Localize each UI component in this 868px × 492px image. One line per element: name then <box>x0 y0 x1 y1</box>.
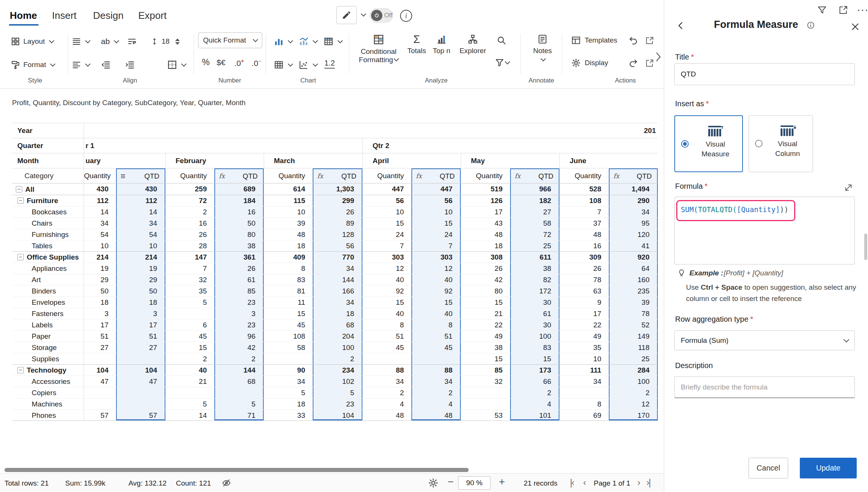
value-cell[interactable]: 61 <box>214 274 264 285</box>
value-cell[interactable]: 30 <box>510 319 559 330</box>
value-cell[interactable]: 50 <box>214 218 264 229</box>
value-cell[interactable]: 18 <box>264 240 313 251</box>
value-cell[interactable]: 52 <box>609 319 658 330</box>
indent-button[interactable] <box>125 57 135 73</box>
value-cell[interactable] <box>461 387 510 398</box>
month-cell[interactable]: April <box>362 153 461 168</box>
value-cell[interactable]: 284 <box>609 365 658 376</box>
value-cell[interactable]: 3 <box>214 308 264 319</box>
value-cell[interactable]: 14 <box>116 206 165 217</box>
value-cell[interactable]: 63 <box>559 286 609 296</box>
value-cell[interactable]: 108 <box>264 331 313 342</box>
value-cell[interactable]: 57 <box>116 410 165 420</box>
value-cell[interactable]: 100 <box>609 376 658 387</box>
value-cell[interactable]: 21 <box>165 376 214 387</box>
value-cell[interactable]: 118 <box>609 342 658 353</box>
popout-window-icon[interactable] <box>838 5 848 15</box>
step-up-icon[interactable] <box>175 38 180 41</box>
value-cell[interactable]: 10 <box>116 240 165 251</box>
value-cell[interactable]: 85 <box>214 286 264 296</box>
value-cell[interactable]: 45 <box>411 342 461 353</box>
value-cell[interactable]: 308 <box>461 252 510 263</box>
quantity-header[interactable]: Quantity <box>165 168 214 183</box>
redo-button[interactable] <box>628 58 638 68</box>
value-cell[interactable]: 80 <box>214 229 264 240</box>
value-cell[interactable]: 34 <box>362 376 411 387</box>
value-cell[interactable]: 18 <box>313 308 362 319</box>
tab-design[interactable]: Design <box>93 10 124 21</box>
value-cell[interactable] <box>165 308 214 319</box>
value-cell[interactable]: 54 <box>84 229 116 240</box>
value-cell[interactable]: 149 <box>609 331 658 342</box>
value-cell[interactable]: 51 <box>362 331 411 342</box>
value-cell[interactable]: 37 <box>559 218 609 229</box>
value-cell[interactable]: 15 <box>461 297 510 308</box>
value-cell[interactable]: 303 <box>362 252 411 263</box>
tab-insert[interactable]: Insert <box>52 10 76 21</box>
value-cell[interactable]: 26 <box>461 263 510 274</box>
value-cell[interactable]: 15 <box>411 297 461 308</box>
row-label[interactable]: Bookcases <box>12 206 84 217</box>
templates-button[interactable]: Templates <box>571 35 617 45</box>
quantity-header[interactable]: Quantity <box>84 168 116 183</box>
value-cell[interactable]: 96 <box>214 331 264 342</box>
value-cell[interactable]: 11 <box>264 297 313 308</box>
value-cell[interactable]: 43 <box>461 218 510 229</box>
fx-icon[interactable]: fx <box>317 169 323 183</box>
title-input[interactable] <box>674 63 855 85</box>
settings-gear-icon[interactable] <box>428 478 439 488</box>
value-cell[interactable]: 920 <box>609 252 658 263</box>
value-cell[interactable]: 8 <box>362 319 411 330</box>
value-cell[interactable]: 38 <box>461 342 510 353</box>
value-cell[interactable]: 170 <box>609 410 658 420</box>
quantity-header[interactable]: Quantity <box>264 168 313 183</box>
value-cell[interactable]: 104 <box>84 365 116 376</box>
display-button[interactable]: Display <box>571 58 608 68</box>
quantity-header[interactable]: Quantity <box>559 168 609 183</box>
qtd-header[interactable]: fxQTD <box>411 168 461 183</box>
panel-scrollbar[interactable] <box>864 234 867 260</box>
value-cell[interactable]: 214 <box>116 252 165 263</box>
info-icon[interactable]: i <box>400 10 412 22</box>
value-cell[interactable]: 53 <box>461 410 510 420</box>
formula-editor[interactable]: SUM(TOTALQTD([Quantity])) <box>674 197 855 264</box>
value-cell[interactable]: 38 <box>510 263 559 274</box>
value-cell[interactable]: 51 <box>116 331 165 342</box>
value-cell[interactable]: 104 <box>313 410 362 420</box>
value-cell[interactable]: 39 <box>609 297 658 308</box>
insert-as-option-column[interactable]: VisualColumn <box>749 115 813 172</box>
value-cell[interactable]: 309 <box>559 252 609 263</box>
value-cell[interactable]: 173 <box>510 365 559 376</box>
value-cell[interactable]: 2 <box>411 387 461 398</box>
month-cell[interactable]: March <box>264 153 362 168</box>
prev-page-button[interactable]: ‹ <box>583 478 585 488</box>
value-cell[interactable]: 56 <box>411 195 461 206</box>
value-cell[interactable]: 48 <box>411 410 461 420</box>
fx-icon[interactable]: fx <box>613 169 619 183</box>
value-cell[interactable]: 38 <box>214 240 264 251</box>
quantity-header[interactable]: Quantity <box>461 168 510 183</box>
value-cell[interactable] <box>264 353 313 364</box>
radio-column[interactable] <box>755 140 763 147</box>
outdent-button[interactable] <box>101 57 111 73</box>
year-value-cell[interactable]: 201 <box>84 123 658 138</box>
row-label[interactable]: Binders <box>12 286 84 296</box>
matrix-chart-button[interactable] <box>324 33 342 50</box>
collapse-icon[interactable]: − <box>17 367 24 373</box>
value-cell[interactable]: 10 <box>411 206 461 217</box>
value-cell[interactable]: 259 <box>165 183 214 195</box>
value-cell[interactable]: 519 <box>461 183 510 195</box>
conditional-formatting-button[interactable]: Conditional Formatting <box>354 34 403 64</box>
row-label[interactable]: Paper <box>12 331 84 342</box>
row-label[interactable]: −All <box>12 183 84 195</box>
column-menu-icon[interactable]: ≡ <box>121 169 125 183</box>
value-cell[interactable]: 35 <box>165 286 214 296</box>
value-cell[interactable]: 10 <box>559 353 609 364</box>
collapse-icon[interactable]: − <box>17 197 24 204</box>
value-cell[interactable]: 89 <box>313 218 362 229</box>
cancel-button[interactable]: Cancel <box>749 458 788 478</box>
value-cell[interactable]: 8 <box>264 263 313 274</box>
value-cell[interactable]: 144 <box>214 365 264 376</box>
currency-format-button[interactable]: $€ <box>217 58 225 67</box>
quarter-cell[interactable]: r 1 <box>84 138 362 153</box>
